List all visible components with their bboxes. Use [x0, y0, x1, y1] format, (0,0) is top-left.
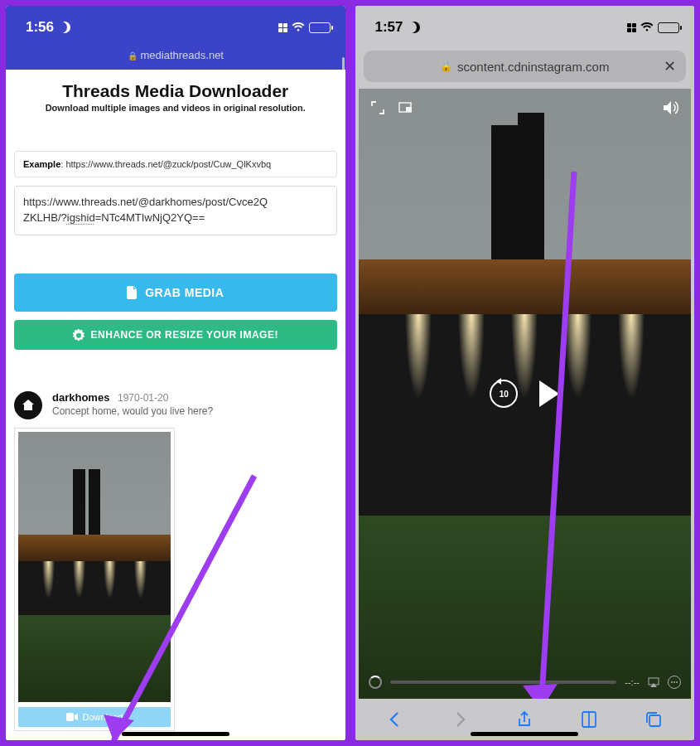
- forward-button[interactable]: [450, 710, 470, 729]
- post-username[interactable]: darkhomes: [52, 391, 109, 404]
- media-card: Download: [14, 428, 175, 731]
- grab-media-button[interactable]: GRAB MEDIA: [14, 274, 337, 312]
- battery-icon: [658, 22, 679, 33]
- do-not-disturb-icon: [408, 22, 420, 33]
- cellular-icon: [627, 23, 636, 32]
- media-thumbnail[interactable]: [18, 432, 171, 702]
- post-header: darkhomes 1970-01-20 Concept home, would…: [14, 391, 337, 419]
- more-options-icon[interactable]: [668, 676, 681, 689]
- battery-icon: [309, 22, 331, 33]
- example-box: Example: https://www.threads.net/@zuck/p…: [14, 151, 337, 177]
- video-player[interactable]: 10 --:--: [359, 89, 692, 699]
- address-bar[interactable]: 🔒 scontent.cdninstagram.com ✕: [364, 51, 687, 82]
- status-bar: 1:57: [355, 6, 695, 49]
- svg-rect-0: [66, 713, 74, 721]
- status-icons: [278, 22, 331, 33]
- pip-icon[interactable]: [398, 100, 413, 115]
- svg-rect-9: [649, 715, 660, 726]
- page-content: Threads Media Downloader Download multip…: [6, 70, 345, 740]
- tabs-button[interactable]: [644, 710, 664, 729]
- status-icons: [627, 22, 679, 33]
- seek-bar[interactable]: [390, 681, 617, 684]
- volume-icon[interactable]: [663, 100, 679, 115]
- url-input[interactable]: https://www.threads.net/@darkhomes/post/…: [14, 186, 337, 235]
- fullscreen-icon[interactable]: [370, 100, 385, 115]
- video-icon: [66, 713, 78, 721]
- share-button[interactable]: [514, 710, 534, 729]
- home-indicator[interactable]: [122, 732, 229, 736]
- file-icon: [127, 286, 138, 299]
- wifi-icon: [292, 22, 305, 32]
- avatar[interactable]: [14, 391, 42, 419]
- home-indicator[interactable]: [471, 732, 578, 736]
- wifi-icon: [640, 22, 654, 32]
- svg-rect-4: [406, 107, 412, 112]
- rewind-10-button[interactable]: 10: [490, 380, 518, 408]
- address-bar[interactable]: 🔒mediathreads.net: [6, 49, 345, 70]
- page-title: Threads Media Downloader: [14, 81, 337, 101]
- page-subtitle: Download multiple images and videos in o…: [14, 103, 337, 113]
- video-controls-bottom: --:--: [369, 676, 682, 689]
- status-time: 1:57: [375, 19, 403, 36]
- play-button[interactable]: [539, 380, 559, 407]
- address-domain: scontent.cdninstagram.com: [457, 60, 609, 74]
- back-button[interactable]: [385, 710, 405, 729]
- left-phone-frame: 1:56 🔒mediathreads.net Threads Media Dow…: [3, 3, 348, 743]
- time-remaining: --:--: [625, 677, 640, 687]
- do-not-disturb-icon: [59, 22, 70, 33]
- status-time: 1:56: [26, 19, 54, 36]
- cellular-icon: [278, 23, 287, 32]
- post-caption: Concept home, would you live here?: [52, 405, 213, 417]
- enhance-button[interactable]: ENHANCE OR RESIZE YOUR IMAGE!: [14, 320, 337, 350]
- right-phone-frame: 1:57 🔒 scontent.cdninstagram.com ✕ 10: [353, 3, 698, 743]
- lock-icon: 🔒: [128, 51, 138, 61]
- download-button[interactable]: Download: [18, 707, 171, 727]
- home-icon: [22, 399, 35, 412]
- lock-icon: 🔒: [440, 61, 452, 72]
- bookmarks-button[interactable]: [579, 710, 599, 729]
- post-date: 1970-01-20: [118, 392, 168, 404]
- status-bar: 1:56: [6, 6, 345, 49]
- gear-icon: [73, 329, 84, 341]
- address-domain: mediathreads.net: [141, 49, 224, 61]
- stop-icon[interactable]: ✕: [664, 57, 676, 75]
- loading-spinner-icon: [369, 676, 382, 689]
- airplay-icon[interactable]: [648, 677, 659, 687]
